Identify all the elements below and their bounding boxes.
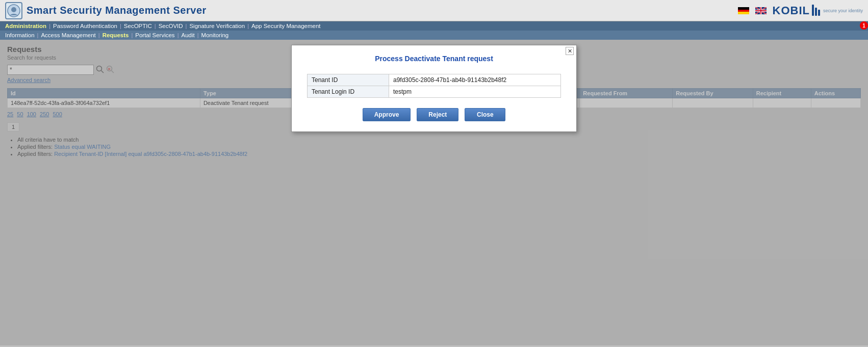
svg-point-1 [11, 7, 16, 12]
svg-rect-12 [815, 8, 817, 16]
modal-field-value-tenant-login-id: testpm [389, 86, 561, 98]
nav2-audit[interactable]: Audit [179, 32, 196, 38]
close-button[interactable]: Close [465, 108, 505, 121]
modal-title: Process Deactivate Tenant request [292, 45, 576, 69]
notification-badge[interactable]: 1 [860, 21, 868, 30]
modal-field-row-tenant-login-id: Tenant Login ID testpm [308, 86, 561, 98]
flag-de-icon[interactable] [738, 7, 749, 14]
modal-field-value-tenant-id: a9fd305c-2808-47b1-ab4b-91143b2b48f2 [389, 74, 561, 86]
header: Smart Security Management Server KOBIL [0, 0, 868, 21]
nav2-access-management[interactable]: Access Management [39, 32, 97, 38]
svg-rect-13 [818, 10, 820, 16]
logo-area: Smart Security Management Server [5, 2, 207, 19]
app-logo-icon [5, 2, 22, 19]
nav2-requests[interactable]: Requests [100, 32, 131, 38]
modal-dialog: ✕ Process Deactivate Tenant request Tena… [291, 45, 577, 132]
nav-bar-2: Information | Access Management | Reques… [0, 31, 868, 40]
modal-actions: Approve Reject Close [307, 108, 561, 121]
kobil-logo: KOBIL secure your identity [773, 4, 863, 18]
modal-body: Tenant ID a9fd305c-2808-47b1-ab4b-91143b… [292, 69, 576, 131]
modal-field-row-tenant-id: Tenant ID a9fd305c-2808-47b1-ab4b-91143b… [308, 74, 561, 86]
nav2-monitoring[interactable]: Monitoring [199, 32, 231, 38]
svg-rect-14 [812, 5, 814, 6]
nav1-password-auth[interactable]: Password Authentication [51, 23, 119, 29]
nav1-administration[interactable]: Administration [3, 23, 48, 29]
app-title: Smart Security Management Server [27, 5, 207, 16]
nav1-app-security[interactable]: App Security Management [249, 23, 323, 29]
reject-button[interactable]: Reject [417, 108, 458, 121]
content-area: Requests Search for requests Advanced se… [0, 40, 868, 345]
flag-gb-icon[interactable] [755, 7, 767, 14]
nav2-portal-services[interactable]: Portal Services [133, 32, 176, 38]
header-right: KOBIL secure your identity [738, 4, 863, 18]
nav2-information[interactable]: Information [3, 32, 37, 38]
modal-field-label-tenant-login-id: Tenant Login ID [308, 86, 389, 98]
nav1-secovid[interactable]: SecOVID [157, 23, 185, 29]
modal-overlay: ✕ Process Deactivate Tenant request Tena… [0, 40, 868, 345]
modal-close-button[interactable]: ✕ [566, 47, 574, 55]
svg-rect-10 [755, 10, 767, 11]
modal-field-label-tenant-id: Tenant ID [308, 74, 389, 86]
approve-button[interactable]: Approve [363, 108, 411, 121]
svg-rect-11 [812, 6, 814, 16]
nav-bar-1: Administration | Password Authentication… [0, 21, 868, 31]
nav1-signature-verification[interactable]: Signature Verification [187, 23, 247, 29]
nav1-secoptic[interactable]: SecOPTIC [122, 23, 154, 29]
modal-field-table: Tenant ID a9fd305c-2808-47b1-ab4b-91143b… [307, 74, 561, 98]
